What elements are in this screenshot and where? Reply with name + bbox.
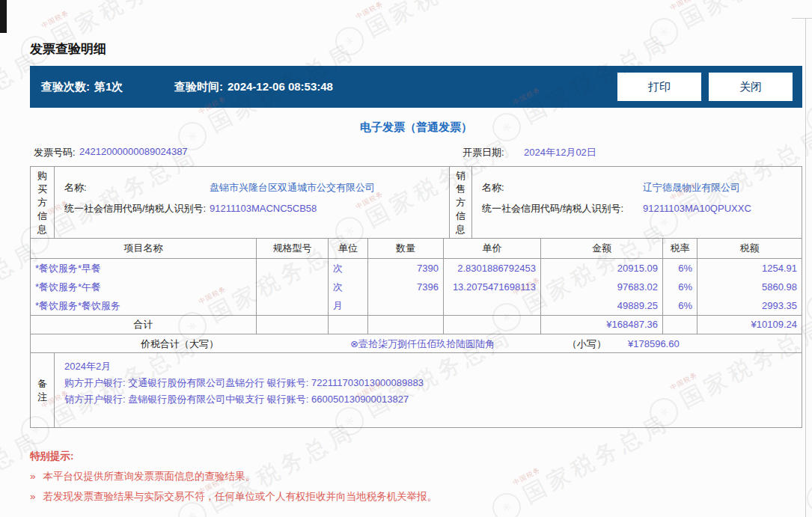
header-item-name: 项目名称	[31, 239, 257, 258]
remark-line: 销方开户银行: 盘锦银行股份有限公司中银支行 银行账号: 66005013090…	[64, 391, 794, 408]
print-button[interactable]: 打印	[617, 73, 701, 101]
verification-toolbar: 查验次数:第1次 查验时间:2024-12-06 08:53:48 打印 关闭	[30, 66, 802, 108]
issue-date-value: 2024年12月02日	[524, 146, 596, 159]
tax-emblem-icon: ✶	[802, 99, 812, 137]
grand-total-row: 价税合计（大写） ⊗壹拾柒万捌仟伍佰玖拾陆圆陆角 （小写） ¥178596.60	[31, 334, 802, 353]
notice-title: 特别提示:	[30, 450, 74, 463]
table-row: *餐饮服务*餐饮服务 月 49889.25 6% 2993.35	[31, 296, 802, 315]
tax-emblem-icon: ✶	[330, 22, 368, 60]
issue-date-label: 开票日期:	[463, 146, 504, 159]
check-time-field: 查验时间:2024-12-06 08:53:48	[174, 80, 333, 94]
chevron-bullet-icon: »	[30, 471, 36, 482]
check-count-value: 第1次	[94, 80, 123, 93]
grand-total-figures-label: （小写）	[567, 334, 606, 353]
party-section: 购买方信息 名称: 盘锦市兴隆台区双通城市公交有限公司 统一社会信用代码/纳税人…	[31, 167, 802, 239]
seller-info: 名称: 辽宁德晟物业有限公司 统一社会信用代码/纳税人识别号: 91211103…	[472, 167, 802, 238]
header-price: 单价	[444, 239, 541, 258]
seller-panel: 销售方信息 名称: 辽宁德晟物业有限公司 统一社会信用代码/纳税人识别号: 91…	[450, 167, 802, 238]
page-title: 发票查验明细	[30, 40, 106, 58]
totals-label: 合计	[31, 316, 257, 334]
remarks-content: 2024年2月 购方开户银行: 交通银行股份有限公司盘锦分行 银行账号: 722…	[55, 353, 802, 428]
check-time-label: 查验时间:	[174, 80, 223, 93]
invoice-number-label: 发票号码:	[34, 146, 76, 159]
header-unit: 单位	[329, 239, 368, 258]
remarks-section: 备注 2024年2月 购方开户银行: 交通银行股份有限公司盘锦分行 银行账号: …	[31, 353, 802, 428]
tax-emblem-icon: ✶	[802, 289, 812, 327]
buyer-taxid-value: 91211103MACNC5CB58	[210, 198, 317, 219]
totals-row: 合计 ¥168487.36 ¥10109.24	[31, 315, 802, 334]
invoice-body: 购买方信息 名称: 盘锦市兴隆台区双通城市公交有限公司 统一社会信用代码/纳税人…	[30, 166, 802, 428]
check-count-label: 查验次数:	[41, 80, 90, 93]
grand-total-words-label: 价税合计（大写）	[31, 334, 329, 353]
invoice-verification-page: 发票查验明细 查验次数:第1次 查验时间:2024-12-06 08:53:48…	[0, 0, 812, 517]
close-button[interactable]: 关闭	[709, 73, 793, 101]
notice-item-text: 本平台仅提供所查询发票票面信息的查验结果。	[43, 471, 256, 482]
watermark-tile: ✶中国税务国家税务总局	[801, 209, 812, 328]
watermark-tile: ✶中国税务国家税务总局	[644, 0, 812, 52]
watermark-subtext: 中国税务	[511, 465, 542, 488]
seller-taxid-label: 统一社会信用代码/纳税人识别号:	[472, 198, 643, 219]
header-amount: 金额	[541, 239, 663, 258]
watermark-tile: ✶中国税务国家税务总局	[801, 19, 812, 138]
buyer-name-line: 名称: 盘锦市兴隆台区双通城市公交有限公司	[55, 177, 449, 198]
seller-name-line: 名称: 辽宁德晟物业有限公司	[472, 177, 802, 198]
seller-taxid-line: 统一社会信用代码/纳税人识别号: 91211103MA10QPUXXC	[472, 198, 802, 219]
watermark-subtext: 中国税务	[40, 8, 70, 31]
container-right-border	[805, 19, 806, 517]
header-spec: 规格型号	[257, 239, 329, 258]
invoice-type-title: 电子发票（普通发票）	[30, 120, 802, 135]
buyer-panel: 购买方信息 名称: 盘锦市兴隆台区双通城市公交有限公司 统一社会信用代码/纳税人…	[31, 167, 450, 238]
header-rate: 税率	[663, 239, 697, 258]
buyer-name-label: 名称:	[55, 177, 210, 198]
tax-emblem-icon: ✶	[802, 479, 812, 517]
tax-emblem-icon: ✶	[644, 13, 683, 51]
buyer-name-value: 盘锦市兴隆台区双通城市公交有限公司	[210, 177, 375, 198]
window-edge-mark	[0, 0, 7, 33]
watermark-text: 国家税务总局	[361, 0, 518, 45]
grand-total-figures-value: ¥178596.60	[628, 334, 680, 353]
buyer-info: 名称: 盘锦市兴隆台区双通城市公交有限公司 统一社会信用代码/纳税人识别号: 9…	[55, 167, 449, 238]
seller-name-value: 辽宁德晟物业有限公司	[643, 177, 740, 198]
container-top-border	[792, 18, 812, 19]
items-table-header: 项目名称 规格型号 单位 数量 单价 金额 税率 税额	[31, 239, 802, 259]
buyer-taxid-label: 统一社会信用代码/纳税人识别号:	[55, 198, 210, 219]
grand-total-words-value: ⊗壹拾柒万捌仟伍佰玖拾陆圆陆角	[350, 334, 495, 353]
tax-emblem-icon: ✶	[487, 488, 525, 517]
totals-tax: ¥10109.24	[697, 316, 802, 334]
notice-item: »本平台仅提供所查询发票票面信息的查验结果。	[30, 470, 255, 483]
watermark-subtext: 中国税务	[354, 0, 385, 22]
watermark-tile: ✶中国税务国家税务总局	[329, 0, 517, 61]
seller-name-label: 名称:	[472, 177, 643, 198]
watermark-tile: ✶中国税务国家税务总局	[801, 399, 812, 517]
table-row: *餐饮服务*早餐 次 7390 2.8301886792453 20915.09…	[31, 259, 802, 278]
remark-line: 2024年2月	[64, 358, 794, 375]
seller-side-label: 销售方信息	[450, 167, 472, 238]
header-qty: 数量	[368, 239, 444, 258]
check-count-field: 查验次数:第1次	[41, 80, 123, 94]
remarks-side-label: 备注	[31, 353, 55, 428]
remark-line: 购方开户银行: 交通银行股份有限公司盘锦分行 银行账号: 72211170301…	[64, 375, 794, 391]
table-row: *餐饮服务*午餐 次 7396 13.2075471698113 97683.0…	[31, 278, 802, 296]
seller-taxid-value: 91211103MA10QPUXXC	[643, 198, 751, 219]
chevron-bullet-icon: »	[30, 491, 36, 502]
watermark-subtext: 中国税务	[668, 0, 699, 13]
notice-item: »若发现发票查验结果与实际交易不符，任何单位或个人有权拒收并向当地税务机关举报。	[30, 490, 437, 504]
notice-item-text: 若发现发票查验结果与实际交易不符，任何单位或个人有权拒收并向当地税务机关举报。	[43, 491, 438, 502]
header-tax: 税额	[697, 239, 802, 258]
check-time-value: 2024-12-06 08:53:48	[228, 80, 333, 93]
watermark-tile: ✶中国税务国家税务总局	[15, 0, 203, 70]
totals-amount: ¥168487.36	[541, 316, 663, 334]
invoice-number-value: 24212000000089024387	[79, 146, 188, 157]
buyer-taxid-line: 统一社会信用代码/纳税人识别号: 91211103MACNC5CB58	[55, 198, 449, 219]
buyer-side-label: 购买方信息	[31, 167, 55, 238]
